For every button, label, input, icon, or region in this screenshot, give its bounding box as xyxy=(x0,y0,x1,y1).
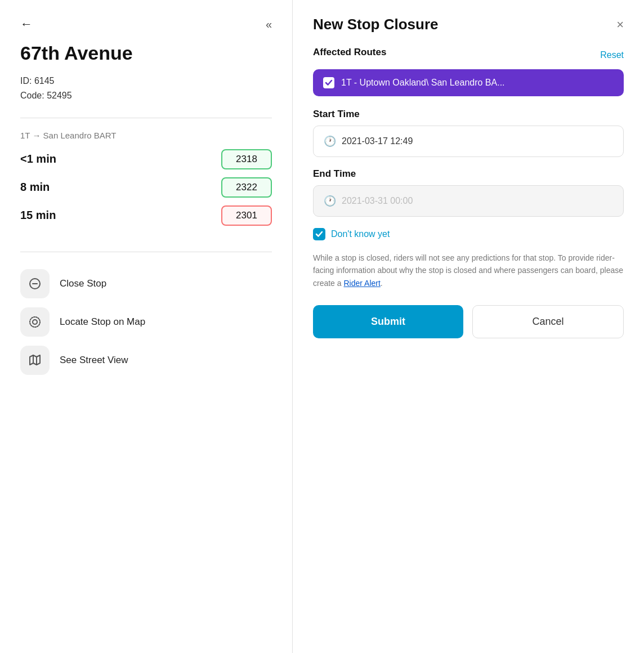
arrival-badge-3[interactable]: 2301 xyxy=(221,205,272,226)
close-stop-label: Close Stop xyxy=(60,278,106,289)
end-time-field[interactable]: 🕐 2021-03-31 00:00 xyxy=(313,185,624,217)
end-time-value: 2021-03-31 00:00 xyxy=(342,196,413,206)
svg-point-2 xyxy=(33,320,37,324)
map-icon xyxy=(28,354,42,367)
arrival-time-2: 8 min xyxy=(20,181,50,194)
locate-stop-icon-wrap xyxy=(20,307,50,337)
cancel-button[interactable]: Cancel xyxy=(472,305,624,338)
action-close-stop[interactable]: Close Stop xyxy=(20,269,272,298)
left-panel: ← « 67th Avenue ID: 6145 Code: 52495 1T … xyxy=(0,0,293,653)
end-time-label: End Time xyxy=(313,168,624,180)
dont-know-label: Don't know yet xyxy=(331,229,390,239)
rider-alert-link[interactable]: Rider Alert xyxy=(343,279,380,288)
close-button[interactable]: × xyxy=(616,19,624,31)
action-street-view[interactable]: See Street View xyxy=(20,346,272,375)
stop-id: ID: 6145 xyxy=(20,76,272,86)
action-locate-stop[interactable]: Locate Stop on Map xyxy=(20,307,272,337)
start-time-label: Start Time xyxy=(313,109,624,120)
arrival-time-1: <1 min xyxy=(20,153,56,166)
info-text: While a stop is closed, riders will not … xyxy=(313,252,624,289)
back-button[interactable]: ← xyxy=(20,18,272,30)
arrival-badge-2[interactable]: 2322 xyxy=(221,177,272,198)
arrival-time-3: 15 min xyxy=(20,209,56,222)
svg-marker-4 xyxy=(30,355,40,365)
submit-button[interactable]: Submit xyxy=(313,305,463,338)
action-list: Close Stop Locate Stop on Map See Stree xyxy=(20,269,272,375)
route-direction: 1T → San Leandro BART xyxy=(20,131,272,140)
dont-know-checkbox-row[interactable]: Don't know yet xyxy=(313,228,624,240)
route-chip[interactable]: 1T - Uptown Oakland\ San Leandro BA... xyxy=(313,69,624,96)
map-pin-icon xyxy=(28,315,42,329)
info-text-part2: . xyxy=(381,279,383,288)
start-time-value: 2021-03-17 12:49 xyxy=(342,136,413,146)
close-stop-icon-wrap xyxy=(20,269,50,298)
checkbox-check-icon xyxy=(315,230,323,238)
divider-2 xyxy=(20,252,272,252)
affected-routes-label: Affected Routes xyxy=(313,47,386,58)
locate-stop-label: Locate Stop on Map xyxy=(60,316,145,328)
stop-name: 67th Avenue xyxy=(20,42,272,65)
back-double-button[interactable]: « xyxy=(266,18,272,31)
street-view-icon-wrap xyxy=(20,346,50,375)
route-chip-label: 1T - Uptown Oakland\ San Leandro BA... xyxy=(341,78,505,88)
arrival-row: 8 min 2322 xyxy=(20,177,272,198)
divider-1 xyxy=(20,118,272,118)
street-view-label: See Street View xyxy=(60,355,128,366)
start-time-field[interactable]: 🕐 2021-03-17 12:49 xyxy=(313,126,624,157)
arrival-list: <1 min 2318 8 min 2322 15 min 2301 xyxy=(20,149,272,226)
affected-routes-header: Affected Routes Reset xyxy=(313,47,624,64)
right-panel: New Stop Closure × Affected Routes Reset… xyxy=(293,0,644,653)
minus-circle-icon xyxy=(28,277,42,290)
route-chip-checkbox xyxy=(323,77,334,88)
stop-code: Code: 52495 xyxy=(20,91,272,101)
clock-icon-start: 🕐 xyxy=(324,135,336,147)
clock-icon-end: 🕐 xyxy=(324,195,336,207)
arrival-badge-1[interactable]: 2318 xyxy=(221,149,272,169)
arrival-row: <1 min 2318 xyxy=(20,149,272,169)
right-panel-header: New Stop Closure × xyxy=(313,16,624,33)
button-row: Submit Cancel xyxy=(313,305,624,338)
dialog-title: New Stop Closure xyxy=(313,16,438,33)
dont-know-checkbox[interactable] xyxy=(313,228,325,240)
arrival-row: 15 min 2301 xyxy=(20,205,272,226)
check-icon xyxy=(325,79,333,87)
svg-point-3 xyxy=(30,317,40,327)
reset-button[interactable]: Reset xyxy=(600,50,624,60)
